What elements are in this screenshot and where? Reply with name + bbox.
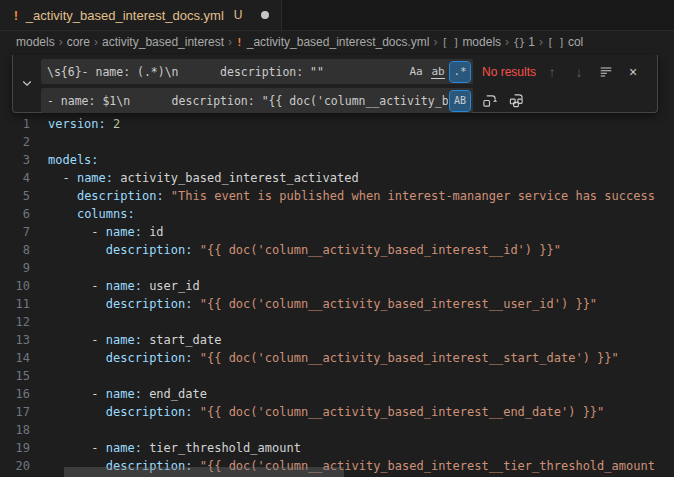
selection-lines-icon <box>599 65 613 79</box>
code-line[interactable]: 12 <box>0 313 674 331</box>
line-content: models: <box>48 151 99 169</box>
breadcrumb-item[interactable]: {}1 <box>513 35 535 49</box>
code-line[interactable]: 18 <box>0 421 674 439</box>
tab-active-file[interactable]: ! _activity_based_interest_docs.yml U <box>0 0 282 30</box>
code-line[interactable]: 19 - name: tier_threshold_amount <box>0 439 674 457</box>
code-line[interactable]: 8 description: "{{ doc('column__activity… <box>0 241 674 259</box>
next-match-button[interactable]: ↓ <box>568 61 590 83</box>
line-number: 1 <box>0 115 30 133</box>
code-line[interactable]: 9 <box>0 259 674 277</box>
replace-button[interactable] <box>478 90 500 112</box>
line-content: version: 2 <box>48 115 120 133</box>
preserve-case-button[interactable]: AB <box>450 91 470 111</box>
modified-dot-icon[interactable] <box>261 11 269 19</box>
code-line[interactable]: 4 - name: activity_based_interest_activa… <box>0 169 674 187</box>
breadcrumb-label: models <box>16 35 55 49</box>
code-line[interactable]: 11 description: "{{ doc('column__activit… <box>0 295 674 313</box>
line-content: description: "{{ doc('column__activity_b… <box>48 403 604 421</box>
replace-all-icon <box>509 93 524 108</box>
arrow-down-icon: ↓ <box>576 64 583 80</box>
line-content: - name: end_date <box>48 385 207 403</box>
close-find-button[interactable]: × <box>622 61 644 83</box>
regex-button[interactable]: .* <box>450 62 470 82</box>
breadcrumb-separator-icon: › <box>94 35 98 49</box>
code-line[interactable]: 5 description: "This event is published … <box>0 187 674 205</box>
replace-input[interactable]: - name: $1\n description: "{{ doc('colum… <box>41 88 473 113</box>
line-content: description: "{{ doc('column__activity_b… <box>48 349 619 367</box>
line-number: 9 <box>0 259 30 277</box>
breadcrumb: models›core›activity_based_interest›!_ac… <box>0 32 674 52</box>
breadcrumb-item[interactable]: [ ]col <box>547 35 583 49</box>
find-results-status: No results <box>482 65 536 79</box>
breadcrumb-label: models <box>462 35 501 49</box>
line-content: - name: user_id <box>48 277 200 295</box>
code-line[interactable]: 7 - name: id <box>0 223 674 241</box>
warning-icon: ! <box>236 36 243 49</box>
line-content: description: "This event is published wh… <box>48 187 655 205</box>
code-line[interactable]: 2 <box>0 133 674 151</box>
code-line[interactable]: 3models: <box>0 151 674 169</box>
match-case-button[interactable]: Aa <box>406 62 426 82</box>
previous-match-button[interactable]: ↑ <box>541 61 563 83</box>
replace-input-value: - name: $1\n description: "{{ doc('colum… <box>47 94 448 108</box>
horizontal-scrollbar <box>0 467 674 477</box>
line-number: 17 <box>0 403 30 421</box>
object-icon: {} <box>513 36 524 49</box>
breadcrumb-separator-icon: › <box>228 35 232 49</box>
line-number: 3 <box>0 151 30 169</box>
code-line[interactable]: 6 columns: <box>0 205 674 223</box>
breadcrumb-separator-icon: › <box>505 35 509 49</box>
code-line[interactable]: 1version: 2 <box>0 115 674 133</box>
array-icon: [ ] <box>547 36 564 49</box>
breadcrumb-label: core <box>67 35 90 49</box>
code-line[interactable]: 10 - name: user_id <box>0 277 674 295</box>
breadcrumb-item[interactable]: core <box>67 35 90 49</box>
line-number: 18 <box>0 421 30 439</box>
line-number: 7 <box>0 223 30 241</box>
code-line[interactable]: 14 description: "{{ doc('column__activit… <box>0 349 674 367</box>
line-number: 19 <box>0 439 30 457</box>
tab-bar: ! _activity_based_interest_docs.yml U <box>0 0 674 31</box>
breadcrumb-item[interactable]: models <box>16 35 55 49</box>
breadcrumb-separator-icon: › <box>434 35 438 49</box>
line-content: description: "{{ doc('column__activity_b… <box>48 241 561 259</box>
find-in-selection-button[interactable] <box>595 61 617 83</box>
line-number: 10 <box>0 277 30 295</box>
toggle-replace-button[interactable] <box>13 55 41 112</box>
horizontal-scrollbar-slider[interactable] <box>64 467 344 477</box>
breadcrumb-label: col <box>568 35 583 49</box>
line-number: 11 <box>0 295 30 313</box>
breadcrumb-separator-icon: › <box>539 35 543 49</box>
line-number: 15 <box>0 367 30 385</box>
arrow-up-icon: ↑ <box>549 64 556 80</box>
line-content: - name: tier_threshold_amount <box>48 439 301 457</box>
breadcrumb-item[interactable]: activity_based_interest <box>102 35 224 49</box>
line-content: columns: <box>48 205 135 223</box>
line-number: 6 <box>0 205 30 223</box>
breadcrumb-item[interactable]: [ ]models <box>442 35 502 49</box>
breadcrumb-item[interactable]: !_activity_based_interest_docs.yml <box>236 35 429 49</box>
code-line[interactable]: 15 <box>0 367 674 385</box>
replace-all-button[interactable] <box>505 90 527 112</box>
line-content: - name: id <box>48 223 164 241</box>
chevron-down-icon <box>21 75 33 93</box>
code-line[interactable]: 16 - name: end_date <box>0 385 674 403</box>
tab-filename: _activity_based_interest_docs.yml <box>26 8 224 23</box>
breadcrumb-label: activity_based_interest <box>102 35 224 49</box>
breadcrumb-label: 1 <box>528 35 535 49</box>
line-number: 13 <box>0 331 30 349</box>
line-number: 5 <box>0 187 30 205</box>
editor[interactable]: \s{6}- name: (.*)\n description: "" Aa a… <box>0 52 674 477</box>
find-input[interactable]: \s{6}- name: (.*)\n description: "" Aa a… <box>41 59 473 84</box>
line-content: - name: start_date <box>48 331 221 349</box>
find-input-value: \s{6}- name: (.*)\n description: "" <box>47 65 404 79</box>
code-lines: 1version: 223models:4 - name: activity_b… <box>0 52 674 477</box>
code-line[interactable]: 17 description: "{{ doc('column__activit… <box>0 403 674 421</box>
line-number: 4 <box>0 169 30 187</box>
array-icon: [ ] <box>442 36 459 49</box>
code-line[interactable]: 13 - name: start_date <box>0 331 674 349</box>
problem-warning-icon: ! <box>12 8 20 23</box>
whole-word-button[interactable]: ab <box>428 62 448 82</box>
git-status-badge: U <box>234 8 243 22</box>
line-number: 8 <box>0 241 30 259</box>
